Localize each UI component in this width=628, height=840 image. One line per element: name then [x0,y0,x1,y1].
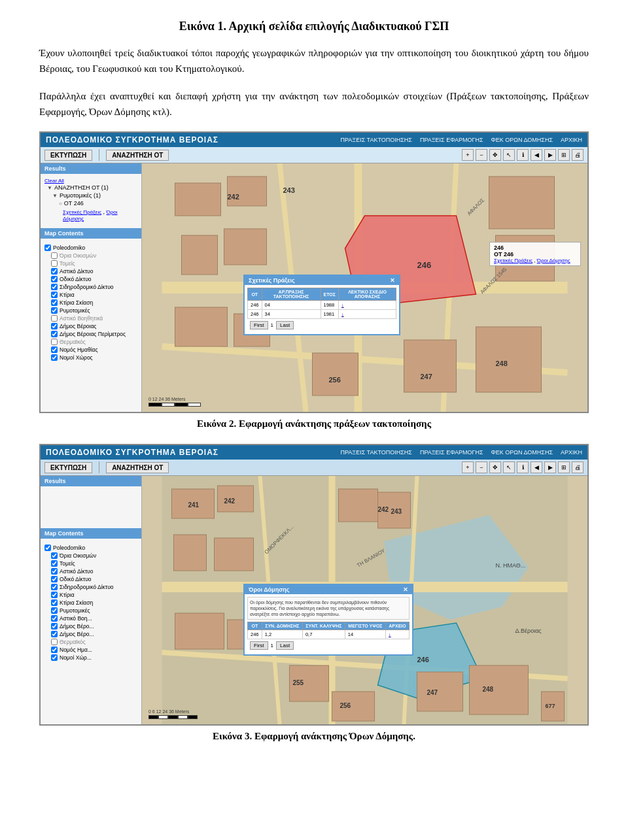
layer-nomoi-xoros-check[interactable] [51,354,58,361]
layer2-dimos-verias-per-check[interactable] [51,631,58,637]
layer-oria-check[interactable] [51,252,58,259]
select-icon[interactable]: ↖ [503,149,515,161]
layer2-nomoi-xoros-label: Νομοί Χώρ... [60,654,92,661]
oros-col-ot: ΟΤ [248,622,262,630]
layer-sidirodromiko: Σιδηροδρομικό Δίκτυο [44,283,137,291]
oros-first-btn[interactable]: First [250,641,268,650]
layer2-tomeis-check[interactable] [51,560,58,567]
nav-item-3[interactable]: ΦΕΚ ΟΡΩΝ ΔΟΜΗΣΗΣ [491,137,553,143]
layer2-nomoi-xoros-check[interactable] [51,654,58,661]
zoom-out-icon[interactable]: − [476,149,487,161]
layer-poleodomiko-check[interactable] [44,244,51,251]
svg-rect-36 [215,538,254,571]
layer2-poleodomiko-check[interactable] [44,545,51,551]
layer-astiko-check[interactable] [51,268,58,275]
pan-icon-2[interactable]: ✥ [489,462,501,473]
cell-lektiko-1[interactable]: ↓ [338,301,396,310]
info-icon-2[interactable]: ℹ [517,462,529,473]
layer-ktiria-skiasi-check[interactable] [51,299,58,306]
layer-sidirodromiko-check[interactable] [51,284,58,290]
layer2-rymotomikes-check[interactable] [51,607,58,614]
info-icon[interactable]: ℹ [517,149,529,161]
layer2-dimos-verias-check[interactable] [51,623,58,630]
related-praxis-link-1[interactable]: Σχετικές Πράξεις [63,209,101,215]
layer-rymotomikes-check[interactable] [51,307,58,314]
layer-ktiria-check[interactable] [51,292,58,298]
figure-caption-2-label: Εικόνα 2. [197,418,236,429]
layer-tomeis-check[interactable] [51,260,58,267]
svg-rect-43 [417,672,463,711]
oros-popup-header: Όροι Δόμησης ✕ [245,585,412,594]
zoom-in-icon-2[interactable]: + [462,462,474,473]
nav2-item-4[interactable]: ΑΡΧΙΚΗ [561,449,582,456]
layer2-nomos-imathias-check[interactable] [51,647,58,653]
nav2-item-2[interactable]: ΠΡΑΞΕΙΣ ΕΦΑΡΜΟΓΗΣ [420,449,483,456]
popup-first-btn-1[interactable]: First [250,321,268,329]
layer-ktiria: Κτίρια [44,291,137,299]
fullextent-icon[interactable]: ⊞ [558,149,570,161]
layer-thermaikos-check[interactable] [51,339,58,345]
col-ot: ΟΤ [248,288,262,301]
layer2-astiko-check[interactable] [51,568,58,575]
layer-dimos-verias-check[interactable] [51,323,58,329]
layer2-thermaikos-check[interactable] [51,639,58,645]
gis-map-1[interactable]: 242 243 246 256 247 248 ΑΦΑΛΟΣ ΑΦΑΛΟΣ 15… [142,163,587,412]
print2-icon-2[interactable]: 🖨 [572,462,584,473]
layer2-ktiria-label: Κτίρια [60,592,75,598]
scale-seg-3 [175,403,188,407]
nav-item-1[interactable]: ΠΡΑΞΕΙΣ ΤΑΚΤΟΠΟΙΗΣΗΣ [341,137,412,143]
layer-astiko: Αστικό Δίκτυο [44,267,137,275]
nav2-item-1[interactable]: ΠΡΑΞΕΙΣ ΤΑΚΤΟΠΟΙΗΣΗΣ [341,449,412,456]
layer-odiko-check[interactable] [51,276,58,282]
oros-cell-arxeio[interactable]: ↓ [385,630,409,639]
print-btn-2[interactable]: ΕΚΤΥΠΩΣΗ [44,462,92,473]
layer-astiko-label: Αστικό Δίκτυο [60,268,93,275]
layer2-sidirodromiko-check[interactable] [51,584,58,590]
clear-all-btn-1[interactable]: Clear All [44,178,137,184]
nav2-item-3[interactable]: ΦΕΚ ΟΡΩΝ ΔΟΜΗΣΗΣ [491,449,553,456]
pan-icon[interactable]: ✥ [489,149,501,161]
layer-nomos-imathias-check[interactable] [51,346,58,353]
layer-astiko-voith-check[interactable] [51,315,58,322]
svg-rect-13 [313,353,358,395]
forward-icon-2[interactable]: ▶ [544,462,556,473]
layer2-thermaikos-label: Θερμαϊκός [60,639,86,645]
popup-last-btn-1[interactable]: Last [276,321,294,329]
svg-text:243: 243 [391,508,402,515]
search-ot-btn-1[interactable]: ΑΝΑΖΗΤΗΣΗ ΟΤ [106,150,169,161]
oros-last-btn[interactable]: Last [276,641,294,650]
select-icon-2[interactable]: ↖ [503,462,515,473]
layer2-tomeis-label: Τομείς [60,560,75,567]
nav-item-4[interactable]: ΑΡΧΙΚΗ [561,137,582,143]
infobox-oros-link[interactable]: Όροι Δόμησης [537,258,570,263]
praxis-popup-body: ΟΤ ΑΡ.ΠΡΑΞΗΣ ΤΑΚΤΟΠΟΙΗΣΗΣ ΕΤΟΣ ΛΕΚΤΙΚΟ Σ… [245,285,399,334]
print-btn-1[interactable]: ΕΚΤΥΠΩΣΗ [44,150,92,161]
cell-lektiko-2[interactable]: ↓ [338,310,396,319]
layer2-ktiria-skiasi-check[interactable] [51,599,58,606]
praxis-popup-close[interactable]: ✕ [390,277,395,284]
oros-popup-close[interactable]: ✕ [403,586,408,593]
layer2-oria-check[interactable] [51,552,58,559]
layer-tomeis: Τομείς [44,260,137,267]
gis-map-2[interactable]: 241 242 242 243 246 247 248 256 255 677 … [142,476,587,724]
search-ot-btn-2[interactable]: ΑΝΑΖΗΤΗΣΗ ΟΤ [106,462,169,473]
layer2-oria: Όρια Οικισμών [44,552,137,560]
layer2-ktiria-check[interactable] [51,592,58,598]
svg-text:256: 256 [340,702,351,709]
gis-header-1: ΠΟΛΕΟΔΟΜΙΚΟ ΣΥΓΚΡΟΤΗΜΑ ΒΕΡΟΙΑΣ ΠΡΑΞΕΙΣ Τ… [41,133,587,147]
layer2-odiko-check[interactable] [51,576,58,582]
layer2-astiko-voith-check[interactable] [51,615,58,622]
layer-dimos-verias-per-check[interactable] [51,331,58,337]
gis-toolbar-2: ΕΚΤΥΠΩΣΗ ΑΝΑΖΗΤΗΣΗ ΟΤ + − ✥ ↖ ℹ ◀ ▶ ⊞ 🖨 [41,460,587,476]
infobox-praxis-link[interactable]: Σχετικές Πράξεις [494,258,532,263]
print2-icon[interactable]: 🖨 [572,149,584,161]
layer-nomos-imathias: Νομός Ημαθίας [44,346,137,354]
back-icon[interactable]: ◀ [531,149,542,161]
back-icon-2[interactable]: ◀ [531,462,542,473]
fullextent-icon-2[interactable]: ⊞ [558,462,570,473]
zoom-in-icon[interactable]: + [462,149,474,161]
nav-item-2[interactable]: ΠΡΑΞΕΙΣ ΕΦΑΡΜΟΓΗΣ [420,137,483,143]
forward-icon[interactable]: ▶ [544,149,556,161]
gis-nav-2: ΠΡΑΞΕΙΣ ΤΑΚΤΟΠΟΙΗΣΗΣ ΠΡΑΞΕΙΣ ΕΦΑΡΜΟΓΗΣ Φ… [341,449,582,456]
zoom-out-icon-2[interactable]: − [476,462,487,473]
